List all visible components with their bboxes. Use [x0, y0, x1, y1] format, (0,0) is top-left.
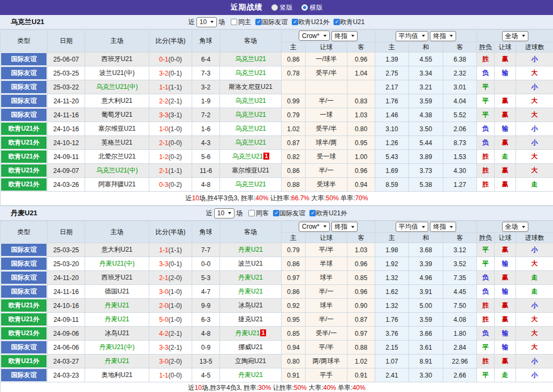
layout-horizontal-option[interactable]: 横版 — [301, 3, 323, 12]
filter-checkbox[interactable]: 同主 — [226, 18, 251, 27]
halftime-score: (1-0) — [169, 316, 182, 323]
handicap-line: 受平/半 — [306, 122, 347, 136]
avg-away-odds: 7.50 — [443, 299, 477, 313]
handicap-line: 受半/一 — [306, 327, 347, 341]
corner-cell: 7-7 — [192, 243, 220, 257]
home-team-cell: 西班牙U21 — [85, 271, 149, 285]
corner-cell: 7-3 — [192, 66, 220, 80]
corner-cell: 4-7 — [192, 285, 220, 299]
date-cell: 25-03-20 — [48, 257, 85, 271]
scope-select[interactable]: 全场 — [502, 31, 528, 41]
score-cell: 1-1(0-0) — [149, 368, 192, 382]
avg-draw-odds: 3.68 — [409, 243, 443, 257]
scope-header: 全场 — [477, 30, 553, 42]
avg-away-odds: 4.04 — [443, 94, 477, 108]
match-count-select[interactable]: 10 — [196, 17, 217, 27]
handicap-line: 一/球半 — [306, 52, 347, 66]
match-type-badge: 欧青U21外 — [1, 299, 47, 312]
match-row: 国际友谊 24-11-16 葡萄牙U21 3-3(3-1) 7-2 乌克兰U21… — [1, 108, 553, 122]
avg-away-odds: 1.80 — [443, 327, 477, 341]
crow-home-odds: 0.86 — [282, 285, 306, 299]
home-team: 塞尔维亚U21 — [98, 125, 135, 132]
match-type-cell: 欧青U21外 — [1, 313, 48, 327]
scope-select[interactable]: 全场 — [502, 222, 528, 232]
odds-stage-select[interactable]: 终指 — [331, 31, 358, 41]
handicap-line: 球半/两 — [306, 136, 347, 150]
summary-text: 近10场,胜4平3负3, 胜率:40% 让胜率:66.7% 大率:50% 单率:… — [1, 192, 553, 206]
corner-cell: 0-0 — [192, 257, 220, 271]
handicap-line: 半/一 — [306, 285, 347, 299]
filter-checkbox[interactable]: 欧青U21外 — [287, 18, 329, 27]
date-cell: 24-11-20 — [48, 94, 85, 108]
match-row: 国际友谊 25-03-25 波兰U21(中) 3-2(0-1) 7-3 乌克兰U… — [1, 66, 553, 80]
goals-result-cell: 大 — [516, 94, 553, 108]
header-select-row: 类型 日期 主场 比分(半场) 角球 客场 Crow* 终指 平均值 终指 全场 — [1, 30, 553, 42]
odds-company-select[interactable]: Crow* — [299, 31, 330, 41]
fulltime-score: 1-1 — [159, 372, 168, 379]
layout-vertical-option[interactable]: 竖版 — [271, 3, 293, 12]
score-cell: 3-0(1-0) — [149, 285, 192, 299]
title-bar: 近期战绩 竖版 横版 — [0, 0, 553, 15]
avg-stage-select[interactable]: 终指 — [430, 31, 456, 41]
fulltime-score: 2-0 — [159, 302, 168, 310]
checkbox-label: 同客 — [256, 209, 269, 218]
handicap-result-cell: 赢 — [495, 313, 516, 327]
goals-result-cell: 大 — [516, 327, 553, 341]
handicap-result-cell — [495, 80, 516, 94]
handicap-line: 受球半 — [306, 178, 347, 192]
home-team-cell: 奥地利U21 — [85, 368, 149, 382]
result-cell: 胜 — [477, 355, 495, 368]
avg-away-odds: 2.32 — [443, 66, 477, 80]
home-team-cell: 乌克兰U21(中) — [85, 80, 149, 94]
filter-checkbox[interactable]: 国际友谊 — [269, 209, 305, 218]
match-type-cell: 国际友谊 — [1, 271, 48, 285]
halftime-score: (1-1) — [169, 167, 182, 175]
match-row: 欧青U21外 24-09-06 冰岛U21 4-2(2-1) 4-8 丹麦U21… — [1, 327, 553, 341]
match-count-select[interactable]: 10 — [214, 208, 234, 218]
home-team-cell: 乌克兰U21(中) — [85, 164, 149, 178]
corner-cell: 1-9 — [192, 94, 220, 108]
goals-result-cell: 小 — [516, 355, 553, 368]
avg-home-odds: 3.10 — [375, 122, 409, 136]
away-team-cell: 冰岛U21 — [220, 299, 282, 313]
score-cell: 2-1(1-1) — [149, 164, 192, 178]
handicap-line: 两/两球半 — [306, 355, 347, 368]
filter-checkbox[interactable]: 欧青U21 — [329, 18, 365, 27]
summary-row: 近10场,胜4平3负3, 胜率:40% 让胜率:66.7% 大率:50% 单率:… — [1, 192, 553, 206]
sub-handicap: 让球 — [306, 42, 347, 52]
away-team-cell: 斯洛文尼亚U21 — [220, 80, 282, 94]
fulltime-score: 5-0 — [159, 316, 168, 323]
handicap-result-cell: 输 — [495, 66, 516, 80]
score-cell: 2-2(2-1) — [149, 94, 192, 108]
corner-cell: 3-2 — [192, 80, 220, 94]
fulltime-score: 0-1 — [159, 56, 168, 63]
fulltime-score: 2-2 — [159, 97, 168, 105]
crow-home-odds: 0.79 — [282, 108, 306, 122]
home-team: 英格兰U21 — [101, 139, 132, 146]
handicap-result-cell: 赢 — [495, 299, 516, 313]
avg-away-odds: 3.12 — [443, 243, 477, 257]
filter-checkbox[interactable]: 国际友谊 — [251, 18, 287, 27]
filter-checkbox[interactable]: 同客 — [244, 209, 269, 218]
match-row: 国际友谊 25-03-22 乌克兰U21(中) 1-1(1-1) 3-2 斯洛文… — [1, 80, 553, 94]
europe-odds-header: 平均值 终指 — [375, 30, 477, 42]
filter-checkbox[interactable]: 欧青U21外 — [305, 209, 347, 218]
odds-company-select[interactable]: Crow* — [299, 222, 330, 232]
chevron-down-icon — [450, 35, 453, 37]
result-cell: 平 — [477, 243, 495, 257]
filter-bar: 丹麦U21 近 10 场 同客 国际友谊 欧青U21外 — [0, 206, 553, 221]
away-team: 乌克兰U21 — [235, 139, 266, 146]
result-cell: 胜 — [477, 299, 495, 313]
avg-odds-select[interactable]: 平均值 — [396, 222, 428, 232]
sub-avg-home: 主 — [375, 233, 409, 243]
score-cell: 3-0(2-0) — [149, 355, 192, 368]
odds-stage-select[interactable]: 终指 — [331, 222, 358, 232]
avg-stage-select[interactable]: 终指 — [430, 222, 456, 232]
avg-odds-select[interactable]: 平均值 — [396, 31, 428, 41]
corner-cell: 6-4 — [192, 52, 220, 66]
sub-avg-home: 主 — [375, 42, 409, 52]
crow-away-odds: 0.88 — [347, 341, 375, 355]
chevron-down-icon — [422, 226, 425, 228]
goals-result-cell: 大 — [516, 150, 553, 164]
goals-result-cell: 小 — [516, 122, 553, 136]
